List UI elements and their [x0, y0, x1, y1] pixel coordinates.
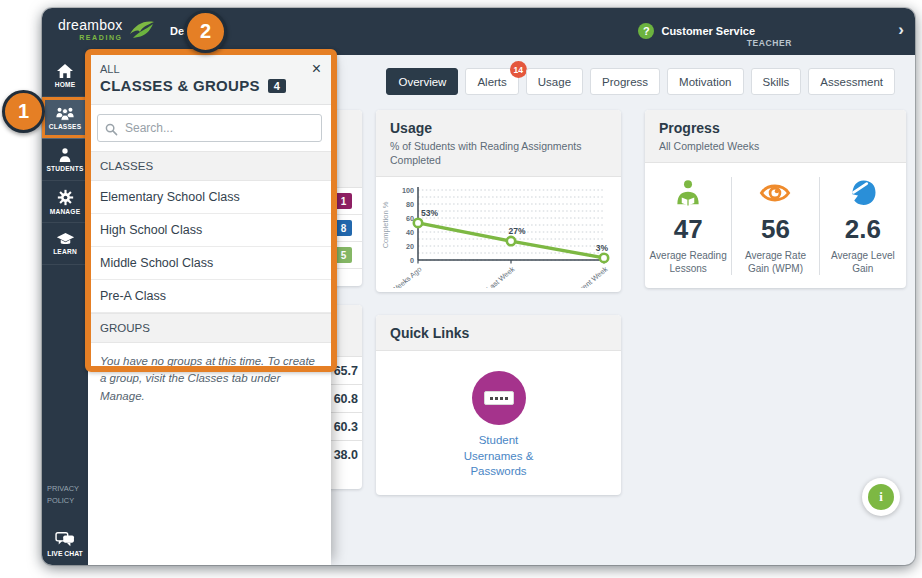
app-window: dreambox READING Demo ? Customer Service…	[42, 8, 915, 565]
progress-card-header: Progress All Completed Weeks	[645, 110, 906, 163]
dreambox-logo[interactable]: dreambox READING	[58, 17, 155, 44]
stat-average-reading-lessons: 47 Average Reading Lessons	[645, 177, 731, 275]
sidebar-item-learn[interactable]: LEARN	[42, 223, 88, 265]
svg-text:40: 40	[406, 228, 414, 237]
classes-group-icon	[55, 106, 75, 121]
sidebar-nav: HOME CLASSES STUDENTS	[42, 55, 88, 565]
usage-card: Usage % of Students with Reading Assignm…	[376, 110, 621, 292]
quick-links-title: Quick Links	[390, 325, 607, 341]
tab-skills[interactable]: Skills	[751, 68, 802, 95]
svg-text:100: 100	[402, 186, 414, 195]
callout-step-1: 1	[2, 90, 45, 133]
student-usernames-passwords-link[interactable]: Student Usernames & Passwords	[449, 433, 549, 480]
svg-text:2 Weeks Ago: 2 Weeks Ago	[385, 265, 423, 288]
usage-card-subtitle: % of Students with Reading Assignments C…	[390, 139, 607, 167]
svg-text:0: 0	[410, 256, 414, 265]
role-label: TEACHER	[747, 38, 792, 48]
progress-card: Progress All Completed Weeks 47 Average …	[645, 110, 906, 288]
privacy-policy-link[interactable]: PRIVACY POLICY	[42, 483, 88, 507]
panel-scope-label: ALL	[100, 63, 319, 75]
tab-alerts[interactable]: Alerts 14	[465, 68, 518, 95]
info-icon: i	[868, 484, 894, 510]
help-question-icon: ?	[638, 23, 654, 39]
usage-card-header: Usage % of Students with Reading Assignm…	[376, 110, 621, 177]
panel-title: CLASSES & GROUPS	[100, 77, 260, 94]
alert-count-badge: 5	[335, 247, 352, 263]
sidebar-item-home[interactable]: HOME	[42, 55, 88, 97]
dreambox-book-icon	[129, 18, 155, 44]
sidebar-item-manage[interactable]: MANAGE	[42, 181, 88, 223]
live-chat-button[interactable]: LIVE CHAT	[42, 531, 88, 557]
sidebar-item-classes[interactable]: CLASSES	[42, 97, 88, 139]
svg-text:20: 20	[406, 242, 414, 251]
chat-bubbles-icon	[54, 531, 76, 548]
search-icon	[105, 122, 118, 140]
progress-card-subtitle: All Completed Weeks	[659, 139, 892, 153]
quick-links-card: Quick Links Student Usernames & Password…	[376, 315, 621, 495]
svg-text:53%: 53%	[421, 208, 438, 218]
svg-text:Completion %: Completion %	[381, 202, 390, 249]
screenshot-stage: dreambox READING Demo ? Customer Service…	[0, 0, 922, 578]
class-item-high-school[interactable]: High School Class	[88, 214, 331, 247]
head-profile-icon	[824, 177, 902, 209]
classes-groups-panel: ALL CLASSES & GROUPS 4 × CLASSES Element…	[88, 55, 331, 565]
tab-motivation[interactable]: Motivation	[667, 68, 743, 95]
tab-progress[interactable]: Progress	[590, 68, 660, 95]
progress-card-title: Progress	[659, 120, 892, 136]
chevron-right-icon[interactable]: ›	[898, 20, 904, 40]
stat-average-level-gain: 2.6 Average Level Gain	[819, 177, 906, 275]
usage-card-title: Usage	[390, 120, 607, 136]
logo-product-text: READING	[79, 34, 122, 41]
close-icon[interactable]: ×	[312, 61, 321, 77]
alerts-count-badge: 14	[510, 61, 527, 78]
usage-line-chart: 020406080100Completion %2 Weeks AgoLast …	[380, 180, 618, 288]
groups-empty-message: You have no groups at this time. To crea…	[88, 343, 331, 415]
alert-count-badge: 1	[335, 193, 352, 209]
tab-usage[interactable]: Usage	[526, 68, 583, 95]
quick-links-card-header: Quick Links	[376, 315, 621, 351]
logo-brand-text: dreambox	[58, 17, 123, 33]
class-item-elementary[interactable]: Elementary School Class	[88, 181, 331, 214]
dashboard-tabs: Overview Alerts 14 Usage Progress Motiva…	[386, 68, 895, 95]
groups-section-header: GROUPS	[88, 313, 331, 343]
top-navbar: dreambox READING Demo ? Customer Service…	[42, 8, 915, 55]
class-item-pre-a[interactable]: Pre-A Class	[88, 280, 331, 313]
panel-header: ALL CLASSES & GROUPS 4 ×	[88, 55, 331, 105]
reading-person-icon	[649, 177, 727, 209]
sidebar-item-students[interactable]: STUDENTS	[42, 139, 88, 181]
eye-icon	[736, 177, 814, 209]
alert-count-badge: 8	[335, 220, 352, 236]
gear-icon	[57, 189, 74, 206]
home-icon	[56, 63, 74, 79]
stat-average-rate-gain: 56 Average Rate Gain (WPM)	[731, 177, 818, 275]
student-person-icon	[57, 147, 73, 163]
classes-section-header: CLASSES	[88, 151, 331, 181]
svg-text:27%: 27%	[508, 226, 525, 236]
svg-text:Current Week: Current Week	[570, 265, 610, 289]
customer-service-link[interactable]: ? Customer Service	[638, 23, 755, 39]
svg-text:3%: 3%	[596, 243, 609, 253]
tab-assessment[interactable]: Assessment	[808, 68, 895, 95]
password-field-icon	[484, 391, 514, 405]
info-button[interactable]: i	[862, 478, 900, 516]
class-item-middle-school[interactable]: Middle School Class	[88, 247, 331, 280]
svg-text:Last Week: Last Week	[485, 265, 517, 289]
customer-service-label: Customer Service	[661, 25, 755, 37]
tab-overview[interactable]: Overview	[386, 68, 458, 95]
panel-count-badge: 4	[268, 79, 286, 93]
student-passwords-icon[interactable]	[472, 371, 526, 425]
callout-step-2: 2	[184, 10, 227, 53]
search-input[interactable]	[97, 114, 322, 142]
svg-text:80: 80	[406, 200, 414, 209]
graduation-cap-icon	[56, 232, 75, 246]
